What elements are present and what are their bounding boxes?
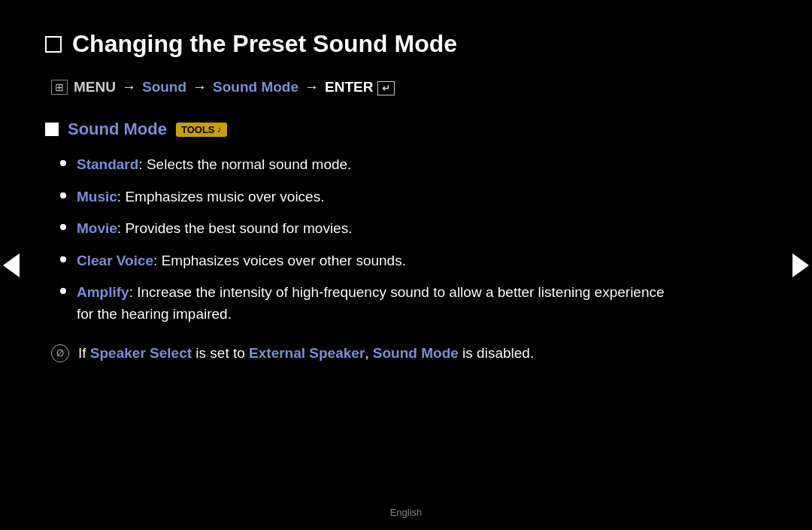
list-item: Standard: Selects the normal sound mode. (60, 154, 677, 176)
list-item: Music: Emphasizes music over voices. (60, 186, 677, 208)
term-amplify: Amplify (77, 284, 129, 300)
bullet-dot (60, 224, 66, 230)
breadcrumb-arrow-3: → (304, 79, 319, 95)
breadcrumb-enter: ENTER ↵ (325, 79, 395, 95)
desc-amplify: : Increase the intensity of high-frequen… (77, 284, 665, 322)
tools-badge: TOOLS ♪ (176, 123, 227, 137)
right-arrow-icon (792, 253, 809, 277)
list-item: Movie: Provides the best sound for movie… (60, 218, 677, 240)
note-prefix: If (78, 345, 90, 361)
term-music: Music (77, 189, 117, 204)
checkbox-icon (45, 36, 62, 53)
nav-left-button[interactable] (0, 247, 23, 284)
bullet-dot (60, 256, 66, 262)
bullet-list: Standard: Selects the normal sound mode.… (45, 154, 677, 325)
note-comma: , (365, 345, 368, 361)
list-item: Amplify: Increase the intensity of high-… (60, 282, 677, 325)
enter-icon: ↵ (377, 81, 395, 95)
bullet-dot (60, 288, 66, 294)
term-clear-voice: Clear Voice (77, 253, 153, 268)
breadcrumb: ⊞ MENU → Sound → Sound Mode → ENTER ↵ (45, 79, 677, 95)
breadcrumb-arrow-1: → (122, 79, 136, 95)
menu-grid-icon: ⊞ (55, 81, 64, 93)
section-title: Sound Mode (68, 120, 167, 139)
bullet-dot (60, 192, 66, 198)
menu-icon: ⊞ (51, 80, 68, 95)
tools-note-icon: ♪ (217, 124, 222, 135)
list-item-text: Amplify: Increase the intensity of high-… (77, 282, 677, 325)
section-header: Sound Mode TOOLS ♪ (45, 120, 677, 139)
list-item-text: Movie: Provides the best sound for movie… (77, 218, 352, 240)
breadcrumb-soundmode: Sound Mode (213, 79, 298, 95)
note-section: Ø If Speaker Select is set to External S… (45, 343, 677, 365)
term-standard: Standard (77, 156, 138, 172)
breadcrumb-sound: Sound (142, 79, 186, 95)
page-title-section: Changing the Preset Sound Mode (45, 30, 677, 58)
list-item: Clear Voice: Emphasizes voices over othe… (60, 250, 677, 272)
note-external-speaker: External Speaker (249, 345, 365, 361)
nav-right-button[interactable] (789, 247, 812, 284)
list-item-text: Standard: Selects the normal sound mode. (77, 154, 351, 176)
note-circle-icon: Ø (51, 344, 69, 362)
note-suffix: is disabled. (459, 345, 534, 361)
page-title: Changing the Preset Sound Mode (72, 30, 457, 58)
note-text: If Speaker Select is set to External Spe… (78, 343, 534, 365)
list-item-text: Music: Emphasizes music over voices. (77, 186, 324, 208)
breadcrumb-arrow-2: → (192, 79, 207, 95)
tools-label: TOOLS (181, 124, 215, 135)
desc-movie: : Provides the best sound for movies. (117, 220, 353, 236)
desc-clear-voice: : Emphasizes voices over other sounds. (153, 253, 406, 268)
note-speaker-select: Speaker Select (90, 345, 192, 361)
breadcrumb-menu: MENU (74, 79, 116, 95)
note-sound-mode: Sound Mode (373, 345, 459, 361)
square-filled-icon (45, 123, 59, 136)
note-mid: is set to (192, 345, 249, 361)
term-movie: Movie (77, 220, 117, 236)
desc-standard: : Selects the normal sound mode. (138, 156, 351, 172)
left-arrow-icon (3, 253, 20, 277)
main-content: Changing the Preset Sound Mode ⊞ MENU → … (0, 0, 737, 395)
desc-music: : Emphasizes music over voices. (117, 189, 325, 204)
list-item-text: Clear Voice: Emphasizes voices over othe… (77, 250, 406, 272)
footer-language: English (390, 507, 423, 518)
bullet-dot (60, 160, 66, 166)
